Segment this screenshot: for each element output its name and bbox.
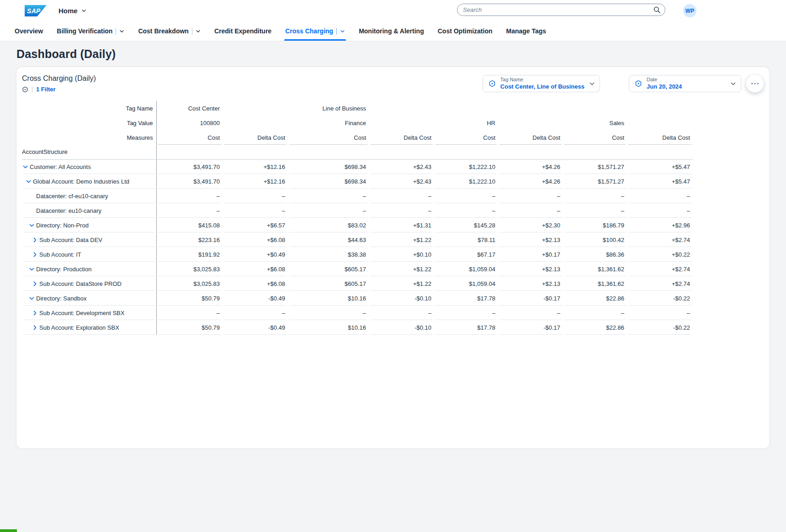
expand-node-icon[interactable] [32, 310, 38, 316]
measures-row-label: Measures [22, 130, 156, 145]
cell-value: – [369, 189, 434, 203]
filter-link[interactable]: 1 Filter [36, 86, 56, 93]
cell-value: – [498, 306, 563, 320]
cell-value: -$0.17 [498, 320, 563, 335]
cell-value: $223.16 [156, 232, 223, 247]
status-strip [0, 529, 17, 532]
row-label: Customer: All Accounts [30, 163, 91, 170]
cell-value: $145.28 [434, 218, 498, 232]
cell-value: +$1.22 [369, 232, 434, 247]
chevron-down-icon [29, 295, 35, 301]
tab-label: Cost Breakdown [138, 27, 188, 35]
cell-value: +$0.17 [498, 247, 563, 262]
tag-value-cell [223, 116, 288, 130]
expand-node-icon[interactable] [32, 251, 38, 258]
cell-value: +$6.57 [223, 218, 288, 232]
tab-overview[interactable]: Overview [15, 21, 43, 41]
tag-value-cell: HR [434, 116, 498, 130]
row-header-cell: Sub Account: Data DEV [22, 232, 156, 247]
cell-value: +$0.22 [627, 247, 693, 262]
row-header-cell: Directory: Sandbox [22, 291, 156, 306]
cell-value: $50.79 [156, 320, 223, 335]
cell-value: -$0.22 [627, 320, 693, 335]
overflow-button[interactable] [746, 74, 764, 93]
cell-value: $50.79 [156, 291, 223, 306]
dimension-icon [489, 80, 496, 87]
tag-name-picker[interactable]: Tag Name Cost Center, Line of Business [483, 75, 600, 92]
row-label: Datacenter: cf-eu10-canary [36, 193, 108, 200]
cell-value: +$2.13 [498, 232, 563, 247]
table-row: Directory: Non-Prod$415.08+$6.57$83.02+$… [22, 218, 693, 232]
cell-value: $1,361.62 [563, 262, 627, 276]
tag-value-cell: Sales [563, 116, 627, 130]
tab-manage-tags[interactable]: Manage Tags [506, 21, 547, 41]
cell-value: +$2.96 [627, 218, 693, 232]
chevron-down-icon [29, 222, 35, 228]
cell-value: – [434, 203, 498, 218]
home-menu-button[interactable]: Home [58, 0, 86, 21]
tag-name-picker-label: Tag Name [500, 76, 523, 83]
tab-label: Monitoring & Alerting [359, 27, 424, 35]
home-menu-label: Home [58, 7, 78, 15]
cell-value: – [369, 203, 434, 218]
table-row: Sub Account: Exploration SBX$50.79-$0.49… [22, 320, 693, 335]
row-header-cell: Customer: All Accounts [22, 159, 156, 174]
row-header-cell: Datacenter: cf-eu10-canary [22, 189, 156, 203]
main-nav: OverviewBilling VerificationCost Breakdo… [0, 21, 786, 41]
card-title: Cross Charging (Daily) [22, 74, 96, 83]
cell-value: $1,222.10 [434, 159, 498, 174]
tab-monitoring-alerting[interactable]: Monitoring & Alerting [359, 21, 424, 41]
card-header-left: Cross Charging (Daily) 1 Filter [22, 74, 96, 93]
cell-value: +$2.74 [627, 232, 693, 247]
expand-node-icon[interactable] [32, 237, 38, 243]
tag-name-header-row: Tag Name Cost Center Line of Business [22, 101, 693, 116]
table-row: Directory: Sandbox$50.79-$0.49$10.16-$0.… [22, 291, 693, 306]
expand-node-icon[interactable] [32, 324, 38, 331]
tab-label: Cross Charging [285, 27, 333, 35]
tab-cost-optimization[interactable]: Cost Optimization [438, 21, 493, 41]
tab-cross-charging[interactable]: Cross Charging [285, 21, 345, 41]
search-input[interactable] [457, 4, 665, 16]
cell-value: $698.34 [288, 159, 369, 174]
cell-value: – [627, 203, 693, 218]
cell-value: $3,025.83 [156, 262, 223, 276]
cell-value: – [156, 203, 223, 218]
tab-cost-breakdown[interactable]: Cost Breakdown [138, 21, 200, 41]
table-row: Sub Account: IT$191.92+$0.49$38.38+$0.10… [22, 247, 693, 262]
collapse-node-icon[interactable] [25, 178, 32, 185]
tags-icon [22, 86, 28, 93]
tab-credit-expenditure[interactable]: Credit Expenditure [214, 21, 271, 41]
search-icon[interactable] [653, 6, 661, 14]
chevron-right-icon [32, 325, 38, 331]
date-picker[interactable]: Date Jun 20, 2024 [629, 75, 741, 92]
cell-value: +$2.43 [369, 159, 434, 174]
cell-value: +$0.49 [223, 247, 288, 262]
cell-value: – [563, 306, 627, 320]
collapse-node-icon[interactable] [22, 163, 29, 170]
measure-column-header: Cost [434, 130, 498, 145]
cell-value: – [369, 306, 434, 320]
cell-value: $44.63 [288, 232, 369, 247]
chevron-down-icon [22, 164, 28, 170]
filter-row: 1 Filter [22, 86, 96, 93]
cell-value: $1,361.62 [563, 276, 627, 291]
tab-billing-verification[interactable]: Billing Verification [57, 21, 124, 41]
chevron-down-icon [81, 8, 86, 13]
measure-column-header: Delta Cost [369, 130, 434, 145]
cell-value: – [156, 306, 223, 320]
collapse-node-icon[interactable] [28, 266, 35, 273]
collapse-node-icon[interactable] [28, 222, 35, 229]
cell-value: $1,571.27 [563, 159, 627, 174]
cell-value: – [223, 306, 288, 320]
sap-logo-text: SAP [25, 7, 41, 15]
avatar[interactable]: WP [683, 4, 696, 17]
tab-separator [116, 28, 116, 35]
collapse-node-icon[interactable] [28, 295, 35, 302]
cell-value: $186.79 [563, 218, 627, 232]
cell-value: +$1.31 [369, 218, 434, 232]
cell-value: – [223, 203, 288, 218]
sap-logo[interactable]: SAP [25, 5, 47, 16]
expand-node-icon[interactable] [32, 280, 38, 287]
cell-value: – [156, 189, 223, 203]
cell-value: – [434, 189, 498, 203]
